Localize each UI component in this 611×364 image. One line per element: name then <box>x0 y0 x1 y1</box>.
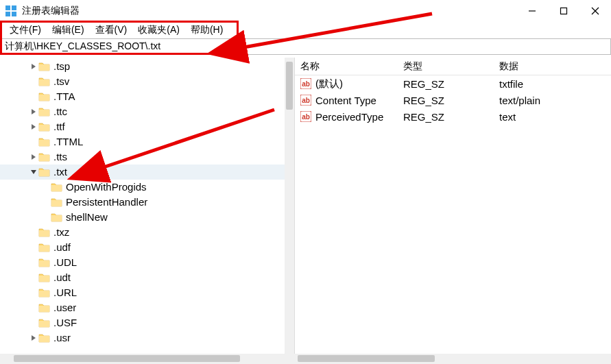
menu-favorites[interactable]: 收藏夹(A) <box>132 23 185 38</box>
folder-icon <box>38 76 51 87</box>
tree-panel: .tsp.tsv.TTA.ttc.ttf.TTML.tts.txtOpenWit… <box>0 58 295 354</box>
tree-item[interactable]: .ttc <box>0 104 294 119</box>
folder-icon <box>38 167 51 178</box>
value-type: REG_SZ <box>398 78 494 90</box>
svg-rect-2 <box>5 12 10 16</box>
tree-item[interactable]: OpenWithProgids <box>0 180 294 195</box>
tree-item-label: .UDL <box>53 255 77 270</box>
tree-item[interactable]: .TTML <box>0 134 294 149</box>
tree-item[interactable]: shellNew <box>0 210 294 225</box>
folder-icon <box>38 287 51 298</box>
app-icon <box>5 5 16 16</box>
menu-edit[interactable]: 编辑(E) <box>47 23 90 38</box>
minimize-button[interactable] <box>516 0 548 22</box>
tree-item[interactable]: .UDL <box>0 255 294 270</box>
svg-marker-13 <box>32 335 36 341</box>
value-row[interactable]: PerceivedTypeREG_SZtext <box>295 108 611 125</box>
folder-icon <box>38 302 51 313</box>
svg-marker-11 <box>32 154 36 160</box>
tree-item-label: .txt <box>53 165 67 180</box>
value-row[interactable]: Content TypeREG_SZtext/plain <box>295 92 611 108</box>
tree-item[interactable]: .tsp <box>0 59 294 74</box>
folder-icon <box>38 106 51 117</box>
column-header-type[interactable]: 类型 <box>398 60 494 73</box>
tree-item[interactable]: .URL <box>0 285 294 300</box>
scrollbar-thumb[interactable] <box>14 355 240 362</box>
tree-item[interactable]: .tts <box>0 149 294 165</box>
tree-item-label: PersistentHandler <box>66 195 147 210</box>
chevron-right-icon[interactable] <box>29 335 38 341</box>
maximize-button[interactable] <box>548 0 579 22</box>
svg-rect-3 <box>12 12 16 16</box>
tree-horizontal-scrollbar[interactable] <box>0 354 295 364</box>
menu-bar: 文件(F) 编辑(E) 查看(V) 收藏夹(A) 帮助(H) <box>0 22 611 38</box>
tree-item[interactable]: .tsv <box>0 74 294 89</box>
folder-icon <box>38 272 51 283</box>
menu-file[interactable]: 文件(F) <box>4 23 47 38</box>
title-bar: 注册表编辑器 <box>0 0 611 22</box>
tree-item-label: .URL <box>53 285 77 300</box>
value-row[interactable]: (默认)REG_SZtxtfile <box>295 75 611 92</box>
chevron-right-icon[interactable] <box>29 109 38 114</box>
folder-icon <box>38 227 51 238</box>
chevron-down-icon[interactable] <box>29 169 38 175</box>
address-input[interactable] <box>0 38 611 55</box>
value-data: text <box>494 111 611 123</box>
tree-item-label: .user <box>53 300 76 315</box>
chevron-right-icon[interactable] <box>29 154 38 160</box>
menu-help[interactable]: 帮助(H) <box>185 23 228 38</box>
tree-item-label: .tsv <box>53 74 69 89</box>
window-controls <box>516 0 611 22</box>
tree-item-label: .txz <box>53 225 69 240</box>
tree-item-label: .udt <box>53 270 71 285</box>
tree-item[interactable]: .USF <box>0 315 294 330</box>
tree-item[interactable]: .udf <box>0 240 294 255</box>
address-bar-container <box>0 38 611 58</box>
tree-item[interactable]: .user <box>0 300 294 315</box>
tree-item-label: .TTML <box>53 134 83 149</box>
horizontal-scrollbars <box>0 354 611 364</box>
close-button[interactable] <box>579 0 611 22</box>
tree-item-label: .tsp <box>53 59 70 74</box>
tree-item[interactable]: .usr <box>0 330 294 345</box>
folder-icon <box>38 61 51 72</box>
values-header: 名称 类型 数据 <box>295 58 611 75</box>
tree-item[interactable]: .TTA <box>0 89 294 104</box>
folder-icon <box>38 257 51 268</box>
column-header-name[interactable]: 名称 <box>295 60 398 73</box>
tree-item[interactable]: .udt <box>0 270 294 285</box>
tree-item[interactable]: .txz <box>0 225 294 240</box>
chevron-right-icon[interactable] <box>29 124 38 130</box>
tree-vertical-scrollbar[interactable] <box>285 58 294 354</box>
column-header-data[interactable]: 数据 <box>494 60 611 73</box>
value-name: PerceivedType <box>315 111 383 123</box>
values-horizontal-scrollbar[interactable] <box>295 354 611 364</box>
folder-icon <box>38 151 51 162</box>
chevron-right-icon[interactable] <box>29 64 38 69</box>
tree-item[interactable]: .txt <box>0 165 294 180</box>
tree-item-label: OpenWithProgids <box>66 180 147 195</box>
values-list[interactable]: (默认)REG_SZtxtfileContent TypeREG_SZtext/… <box>295 75 611 354</box>
scrollbar-thumb[interactable] <box>286 62 293 110</box>
value-data: txtfile <box>494 78 611 90</box>
registry-tree[interactable]: .tsp.tsv.TTA.ttc.ttf.TTML.tts.txtOpenWit… <box>0 58 294 347</box>
scrollbar-thumb[interactable] <box>298 355 435 362</box>
menu-view[interactable]: 查看(V) <box>90 23 133 38</box>
svg-rect-0 <box>5 5 10 10</box>
svg-rect-1 <box>12 5 16 10</box>
value-type: REG_SZ <box>398 95 494 106</box>
value-name: Content Type <box>315 95 376 106</box>
tree-item[interactable]: PersistentHandler <box>0 195 294 210</box>
folder-icon <box>51 212 63 223</box>
content-area: .tsp.tsv.TTA.ttc.ttf.TTML.tts.txtOpenWit… <box>0 58 611 354</box>
svg-marker-9 <box>32 109 36 114</box>
tree-item-label: .TTA <box>53 89 75 104</box>
tree-item[interactable]: .ttf <box>0 119 294 134</box>
folder-icon <box>38 242 51 253</box>
tree-item-label: .usr <box>53 330 71 345</box>
tree-item-label: .ttf <box>53 119 65 134</box>
folder-icon <box>38 121 51 132</box>
string-value-icon <box>300 95 311 106</box>
window-title: 注册表编辑器 <box>22 5 516 17</box>
tree-item-label: .tts <box>53 149 67 165</box>
